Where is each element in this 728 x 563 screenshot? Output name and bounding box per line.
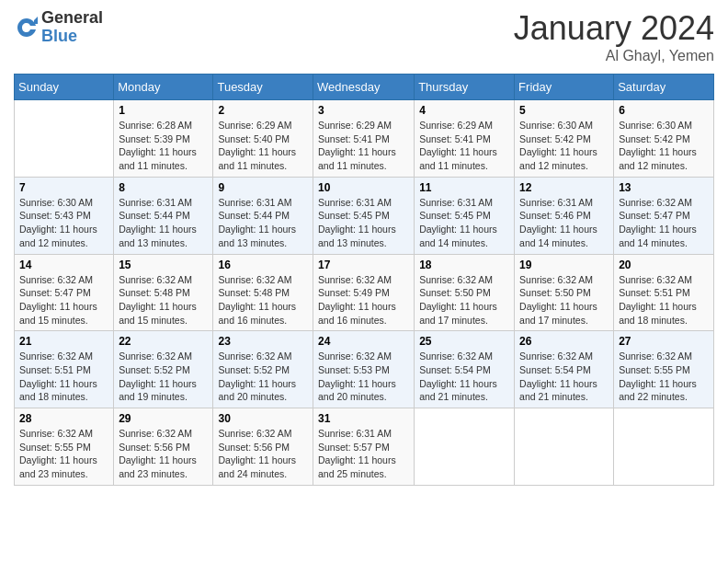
day-info: Sunrise: 6:32 AM Sunset: 5:50 PM Dayligh… bbox=[519, 273, 609, 327]
calendar-table: SundayMondayTuesdayWednesdayThursdayFrid… bbox=[14, 74, 714, 486]
logo-general-text: General bbox=[41, 8, 103, 27]
calendar-week-row: 14Sunrise: 6:32 AM Sunset: 5:47 PM Dayli… bbox=[15, 254, 714, 331]
weekday-header-wednesday: Wednesday bbox=[313, 75, 415, 100]
calendar-week-row: 7Sunrise: 6:30 AM Sunset: 5:43 PM Daylig… bbox=[15, 177, 714, 254]
day-info: Sunrise: 6:30 AM Sunset: 5:42 PM Dayligh… bbox=[519, 119, 609, 173]
calendar-cell: 5Sunrise: 6:30 AM Sunset: 5:42 PM Daylig… bbox=[515, 100, 614, 178]
day-info: Sunrise: 6:32 AM Sunset: 5:49 PM Dayligh… bbox=[318, 273, 409, 327]
day-number: 15 bbox=[119, 259, 208, 271]
day-number: 17 bbox=[318, 259, 409, 271]
day-number: 31 bbox=[318, 412, 409, 425]
calendar-cell bbox=[415, 408, 515, 486]
day-info: Sunrise: 6:32 AM Sunset: 5:55 PM Dayligh… bbox=[19, 427, 108, 481]
day-info: Sunrise: 6:32 AM Sunset: 5:50 PM Dayligh… bbox=[419, 273, 509, 327]
day-info: Sunrise: 6:29 AM Sunset: 5:41 PM Dayligh… bbox=[419, 119, 509, 173]
calendar-cell: 2Sunrise: 6:29 AM Sunset: 5:40 PM Daylig… bbox=[213, 100, 313, 178]
day-number: 21 bbox=[19, 335, 108, 348]
day-info: Sunrise: 6:32 AM Sunset: 5:47 PM Dayligh… bbox=[19, 273, 108, 327]
logo: General Blue bbox=[14, 9, 103, 46]
calendar-cell: 12Sunrise: 6:31 AM Sunset: 5:46 PM Dayli… bbox=[515, 177, 614, 254]
day-info: Sunrise: 6:29 AM Sunset: 5:40 PM Dayligh… bbox=[218, 119, 308, 173]
calendar-cell bbox=[515, 408, 614, 486]
day-number: 8 bbox=[119, 181, 208, 194]
day-info: Sunrise: 6:32 AM Sunset: 5:48 PM Dayligh… bbox=[119, 273, 208, 327]
day-number: 24 bbox=[318, 335, 409, 348]
day-number: 20 bbox=[619, 259, 709, 271]
day-info: Sunrise: 6:32 AM Sunset: 5:52 PM Dayligh… bbox=[119, 350, 208, 404]
day-info: Sunrise: 6:28 AM Sunset: 5:39 PM Dayligh… bbox=[119, 119, 208, 173]
logo-icon bbox=[14, 15, 40, 40]
month-title: January 2024 bbox=[514, 9, 714, 48]
day-number: 1 bbox=[119, 104, 208, 117]
calendar-cell: 13Sunrise: 6:32 AM Sunset: 5:47 PM Dayli… bbox=[614, 177, 714, 254]
day-number: 7 bbox=[19, 181, 108, 194]
calendar-cell: 24Sunrise: 6:32 AM Sunset: 5:53 PM Dayli… bbox=[313, 331, 415, 408]
day-number: 12 bbox=[519, 181, 609, 194]
calendar-cell: 19Sunrise: 6:32 AM Sunset: 5:50 PM Dayli… bbox=[515, 254, 614, 331]
calendar-cell bbox=[614, 408, 714, 486]
day-number: 22 bbox=[119, 335, 208, 348]
day-number: 4 bbox=[419, 104, 509, 117]
calendar-cell bbox=[15, 100, 114, 178]
day-number: 25 bbox=[419, 335, 509, 348]
weekday-header-sunday: Sunday bbox=[15, 75, 114, 100]
day-info: Sunrise: 6:32 AM Sunset: 5:56 PM Dayligh… bbox=[218, 427, 308, 481]
day-number: 28 bbox=[19, 412, 108, 425]
calendar-week-row: 1Sunrise: 6:28 AM Sunset: 5:39 PM Daylig… bbox=[15, 100, 714, 178]
calendar-cell: 28Sunrise: 6:32 AM Sunset: 5:55 PM Dayli… bbox=[15, 408, 114, 486]
weekday-header-monday: Monday bbox=[114, 75, 213, 100]
day-number: 30 bbox=[218, 412, 308, 425]
day-number: 19 bbox=[519, 259, 609, 271]
calendar-cell: 16Sunrise: 6:32 AM Sunset: 5:48 PM Dayli… bbox=[213, 254, 313, 331]
calendar-cell: 18Sunrise: 6:32 AM Sunset: 5:50 PM Dayli… bbox=[415, 254, 515, 331]
day-number: 18 bbox=[419, 259, 509, 271]
location-subtitle: Al Ghayl, Yemen bbox=[514, 48, 714, 64]
day-info: Sunrise: 6:31 AM Sunset: 5:57 PM Dayligh… bbox=[318, 427, 409, 481]
calendar-week-row: 21Sunrise: 6:32 AM Sunset: 5:51 PM Dayli… bbox=[15, 331, 714, 408]
calendar-cell: 11Sunrise: 6:31 AM Sunset: 5:45 PM Dayli… bbox=[415, 177, 515, 254]
calendar-cell: 6Sunrise: 6:30 AM Sunset: 5:42 PM Daylig… bbox=[614, 100, 714, 178]
calendar-cell: 21Sunrise: 6:32 AM Sunset: 5:51 PM Dayli… bbox=[15, 331, 114, 408]
calendar-cell: 23Sunrise: 6:32 AM Sunset: 5:52 PM Dayli… bbox=[213, 331, 313, 408]
day-number: 10 bbox=[318, 181, 409, 194]
day-info: Sunrise: 6:32 AM Sunset: 5:51 PM Dayligh… bbox=[19, 350, 108, 404]
day-info: Sunrise: 6:32 AM Sunset: 5:54 PM Dayligh… bbox=[419, 350, 509, 404]
calendar-cell: 4Sunrise: 6:29 AM Sunset: 5:41 PM Daylig… bbox=[415, 100, 515, 178]
day-number: 5 bbox=[519, 104, 609, 117]
calendar-week-row: 28Sunrise: 6:32 AM Sunset: 5:55 PM Dayli… bbox=[15, 408, 714, 486]
day-number: 14 bbox=[19, 259, 108, 271]
day-info: Sunrise: 6:31 AM Sunset: 5:46 PM Dayligh… bbox=[519, 196, 609, 250]
day-info: Sunrise: 6:32 AM Sunset: 5:52 PM Dayligh… bbox=[218, 350, 308, 404]
day-number: 29 bbox=[119, 412, 208, 425]
logo-blue-text: Blue bbox=[41, 27, 77, 45]
calendar-cell: 1Sunrise: 6:28 AM Sunset: 5:39 PM Daylig… bbox=[114, 100, 213, 178]
day-info: Sunrise: 6:32 AM Sunset: 5:48 PM Dayligh… bbox=[218, 273, 308, 327]
day-info: Sunrise: 6:32 AM Sunset: 5:53 PM Dayligh… bbox=[318, 350, 409, 404]
calendar-cell: 20Sunrise: 6:32 AM Sunset: 5:51 PM Dayli… bbox=[614, 254, 714, 331]
weekday-header-tuesday: Tuesday bbox=[213, 75, 313, 100]
day-info: Sunrise: 6:32 AM Sunset: 5:54 PM Dayligh… bbox=[519, 350, 609, 404]
day-info: Sunrise: 6:32 AM Sunset: 5:47 PM Dayligh… bbox=[619, 196, 709, 250]
weekday-header-saturday: Saturday bbox=[614, 75, 714, 100]
weekday-header-friday: Friday bbox=[515, 75, 614, 100]
page-header: General Blue January 2024 Al Ghayl, Yeme… bbox=[14, 9, 714, 64]
weekday-header-row: SundayMondayTuesdayWednesdayThursdayFrid… bbox=[15, 75, 714, 100]
calendar-cell: 15Sunrise: 6:32 AM Sunset: 5:48 PM Dayli… bbox=[114, 254, 213, 331]
day-info: Sunrise: 6:30 AM Sunset: 5:43 PM Dayligh… bbox=[19, 196, 108, 250]
calendar-cell: 31Sunrise: 6:31 AM Sunset: 5:57 PM Dayli… bbox=[313, 408, 415, 486]
day-number: 26 bbox=[519, 335, 609, 348]
day-info: Sunrise: 6:32 AM Sunset: 5:55 PM Dayligh… bbox=[619, 350, 709, 404]
calendar-cell: 25Sunrise: 6:32 AM Sunset: 5:54 PM Dayli… bbox=[415, 331, 515, 408]
calendar-cell: 8Sunrise: 6:31 AM Sunset: 5:44 PM Daylig… bbox=[114, 177, 213, 254]
calendar-cell: 7Sunrise: 6:30 AM Sunset: 5:43 PM Daylig… bbox=[15, 177, 114, 254]
calendar-cell: 29Sunrise: 6:32 AM Sunset: 5:56 PM Dayli… bbox=[114, 408, 213, 486]
calendar-cell: 14Sunrise: 6:32 AM Sunset: 5:47 PM Dayli… bbox=[15, 254, 114, 331]
calendar-cell: 9Sunrise: 6:31 AM Sunset: 5:44 PM Daylig… bbox=[213, 177, 313, 254]
day-info: Sunrise: 6:31 AM Sunset: 5:45 PM Dayligh… bbox=[419, 196, 509, 250]
calendar-body: 1Sunrise: 6:28 AM Sunset: 5:39 PM Daylig… bbox=[15, 100, 714, 486]
day-number: 3 bbox=[318, 104, 409, 117]
calendar-cell: 26Sunrise: 6:32 AM Sunset: 5:54 PM Dayli… bbox=[515, 331, 614, 408]
day-number: 11 bbox=[419, 181, 509, 194]
day-info: Sunrise: 6:31 AM Sunset: 5:44 PM Dayligh… bbox=[119, 196, 208, 250]
day-number: 16 bbox=[218, 259, 308, 271]
